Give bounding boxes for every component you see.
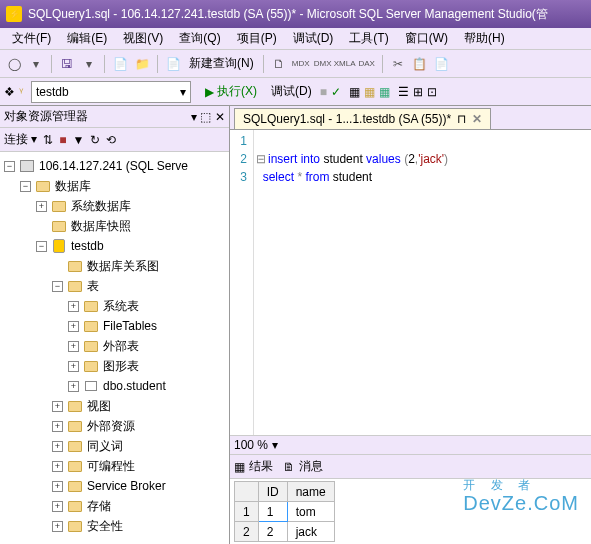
conn-icon-1[interactable]: ⇅ xyxy=(43,133,53,147)
debug-button[interactable]: 调试(D) xyxy=(267,83,316,100)
save-icon[interactable]: 🖫 xyxy=(57,54,77,74)
conn-icon-5[interactable]: ⟲ xyxy=(106,133,116,147)
menu-tools[interactable]: 工具(T) xyxy=(341,30,396,47)
tree-server[interactable]: 106.14.127.241 (SQL Serve xyxy=(39,159,188,173)
table-row[interactable]: 1 1 tom xyxy=(235,502,335,522)
tree-databases[interactable]: 数据库 xyxy=(55,178,91,195)
execute-button[interactable]: ▶ 执行(X) xyxy=(199,83,263,100)
menu-edit[interactable]: 编辑(E) xyxy=(59,30,115,47)
folder-icon[interactable]: 📁 xyxy=(132,54,152,74)
copy-icon[interactable]: 📋 xyxy=(410,54,430,74)
parse-icon[interactable]: ✓ xyxy=(331,85,341,99)
expand-icon[interactable]: + xyxy=(52,421,63,432)
tb-dmx-icon[interactable]: DMX xyxy=(313,54,333,74)
pin-icon[interactable]: ⊓ xyxy=(457,112,466,126)
tree-exttables[interactable]: 外部表 xyxy=(103,338,139,355)
results-tab[interactable]: ▦结果 xyxy=(234,458,273,475)
conn-refresh-icon[interactable]: ↻ xyxy=(90,133,100,147)
tb2-grid-icon[interactable]: ▦ xyxy=(349,85,360,99)
menu-project[interactable]: 项目(P) xyxy=(229,30,285,47)
paste-icon[interactable]: 📄 xyxy=(432,54,452,74)
expand-icon[interactable]: + xyxy=(52,481,63,492)
close-tab-icon[interactable]: ✕ xyxy=(472,112,482,126)
tb2-plan-icon[interactable]: ▦ xyxy=(364,85,375,99)
tree-dbo-student[interactable]: dbo.student xyxy=(103,379,166,393)
menu-window[interactable]: 窗口(W) xyxy=(397,30,456,47)
tree-extres[interactable]: 外部资源 xyxy=(87,418,135,435)
nav-back-icon[interactable]: ◯ xyxy=(4,54,24,74)
tree-filetables[interactable]: FileTables xyxy=(103,319,157,333)
tree-synonyms[interactable]: 同义词 xyxy=(87,438,123,455)
menu-debug[interactable]: 调试(D) xyxy=(285,30,342,47)
connect-button[interactable]: 连接 ▾ xyxy=(4,131,37,148)
col-name[interactable]: name xyxy=(287,482,334,502)
zoom-value[interactable]: 100 % xyxy=(234,438,268,452)
nav-fwd-icon[interactable]: ▾ xyxy=(26,54,46,74)
conn-icon-2[interactable]: ■ xyxy=(59,133,66,147)
expand-icon[interactable]: + xyxy=(52,401,63,412)
expand-icon[interactable]: + xyxy=(52,501,63,512)
tree-sysdb[interactable]: 系统数据库 xyxy=(71,198,131,215)
messages-tab[interactable]: 🗎消息 xyxy=(283,458,323,475)
expand-icon[interactable]: + xyxy=(68,301,79,312)
tab-label: SQLQuery1.sql - 1...1.testdb (SA (55))* xyxy=(243,112,451,126)
tree-broker[interactable]: Service Broker xyxy=(87,479,166,493)
fold-icon[interactable]: ⊟ xyxy=(256,152,266,166)
code-lines[interactable]: ⊟insert into student values (2,'jack') s… xyxy=(254,130,450,435)
menu-help[interactable]: 帮助(H) xyxy=(456,30,513,47)
tree-testdb[interactable]: testdb xyxy=(71,239,104,253)
expand-icon[interactable]: + xyxy=(52,461,63,472)
cut-icon[interactable]: ✂ xyxy=(388,54,408,74)
expand-icon[interactable]: − xyxy=(4,161,15,172)
tree-tables[interactable]: 表 xyxy=(87,278,99,295)
tb2-opt-icon[interactable]: ▦ xyxy=(379,85,390,99)
tb2-icon-1[interactable]: ❖ xyxy=(4,85,15,99)
expand-icon[interactable]: + xyxy=(68,381,79,392)
pin-icon[interactable]: ▾ ⬚ xyxy=(191,110,211,124)
tree-prog[interactable]: 可编程性 xyxy=(87,458,135,475)
expand-icon[interactable]: + xyxy=(68,341,79,352)
tree-views[interactable]: 视图 xyxy=(87,398,111,415)
expand-icon[interactable]: + xyxy=(36,201,47,212)
new-query-button[interactable]: 新建查询(N) xyxy=(185,55,258,72)
table-row[interactable]: 2 2 jack xyxy=(235,522,335,542)
tree-storage[interactable]: 存储 xyxy=(87,498,111,515)
expand-icon[interactable]: + xyxy=(68,321,79,332)
close-panel-icon[interactable]: ✕ xyxy=(215,110,225,124)
tree-graphtables[interactable]: 图形表 xyxy=(103,358,139,375)
menu-query[interactable]: 查询(Q) xyxy=(171,30,228,47)
open-icon[interactable]: ▾ xyxy=(79,54,99,74)
new-file-icon[interactable]: 📄 xyxy=(110,54,130,74)
tree-security[interactable]: 安全性 xyxy=(87,518,123,535)
tree-snapshot[interactable]: 数据库快照 xyxy=(71,218,131,235)
menu-view[interactable]: 视图(V) xyxy=(115,30,171,47)
results-grid[interactable]: ID name 1 1 tom 2 2 jack xyxy=(230,479,591,544)
tb-icon-1[interactable]: 🗋 xyxy=(269,54,289,74)
object-tree[interactable]: −106.14.127.241 (SQL Serve −数据库 +系统数据库 数… xyxy=(0,152,229,544)
tb2-res3-icon[interactable]: ⊡ xyxy=(427,85,437,99)
chevron-down-icon[interactable]: ▾ xyxy=(272,438,278,452)
expand-icon[interactable]: + xyxy=(52,441,63,452)
tree-systables[interactable]: 系统表 xyxy=(103,298,139,315)
expand-icon[interactable]: + xyxy=(68,361,79,372)
expand-icon[interactable]: − xyxy=(36,241,47,252)
menu-file[interactable]: 文件(F) xyxy=(4,30,59,47)
expand-icon[interactable]: + xyxy=(52,521,63,532)
expand-icon[interactable]: − xyxy=(52,281,63,292)
tb2-res2-icon[interactable]: ⊞ xyxy=(413,85,423,99)
server-icon xyxy=(19,159,35,173)
tb-xmla-icon[interactable]: XMLA xyxy=(335,54,355,74)
tb2-res1-icon[interactable]: ☰ xyxy=(398,85,409,99)
editor-tab[interactable]: SQLQuery1.sql - 1...1.testdb (SA (55))* … xyxy=(234,108,491,129)
conn-icon-3[interactable]: ▼ xyxy=(73,133,85,147)
code-editor[interactable]: 1 2 3 ⊟insert into student values (2,'ja… xyxy=(230,130,591,435)
tb2-icon-2[interactable]: ᵞ xyxy=(19,85,23,99)
database-select[interactable]: testdb ▾ xyxy=(31,81,191,103)
stop-icon[interactable]: ■ xyxy=(320,85,327,99)
tree-diagram[interactable]: 数据库关系图 xyxy=(87,258,159,275)
new-query-icon[interactable]: 📄 xyxy=(163,54,183,74)
tb-mdx-icon[interactable]: MDX xyxy=(291,54,311,74)
expand-icon[interactable]: − xyxy=(20,181,31,192)
tb-dax-icon[interactable]: DAX xyxy=(357,54,377,74)
col-id[interactable]: ID xyxy=(258,482,287,502)
